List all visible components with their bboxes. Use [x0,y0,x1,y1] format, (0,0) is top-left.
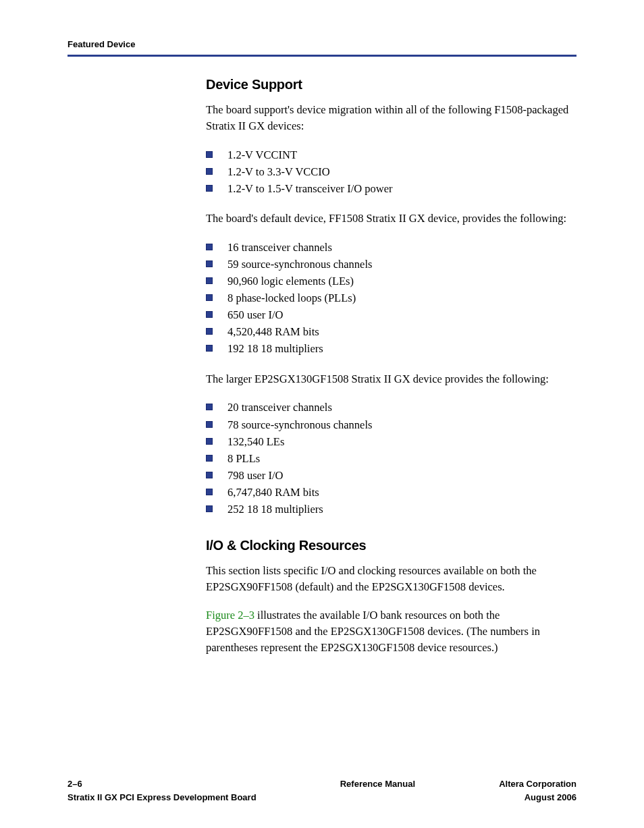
bullet-list: 20 transceiver channels 78 source-synchr… [206,399,576,518]
bullet-list: 1.2-V VCCINT 1.2-V to 3.3-V VCCIO 1.2-V … [206,146,576,197]
publication-date: August 2006 [499,791,576,804]
list-item: 8 phase-locked loops (PLLs) [206,289,576,306]
list-item: 192 18 18 multipliers [206,340,576,357]
square-bullet-icon [206,244,213,250]
list-item-text: 1.2-V to 1.5-V transceiver I/O power [227,182,393,195]
content-column: Device Support The board support's devic… [206,77,576,656]
square-bullet-icon [206,260,213,267]
footer-right: Altera Corporation August 2006 [499,777,576,804]
list-item: 59 source-synchronous channels [206,256,576,273]
footer-left: 2–6 Stratix II GX PCI Express Developmen… [68,777,257,804]
list-item-text: 798 user I/O [227,469,283,482]
square-bullet-icon [206,472,213,478]
list-item: 1.2-V VCCINT [206,146,576,163]
figure-link[interactable]: Figure 2–3 [206,609,254,622]
paragraph: The board support's device migration wit… [206,102,576,134]
square-bullet-icon [206,294,213,301]
document-title: Stratix II GX PCI Express Development Bo… [68,791,257,804]
square-bullet-icon [206,438,213,445]
list-item: 132,540 LEs [206,433,576,450]
list-item: 90,960 logic elements (LEs) [206,273,576,289]
list-item-text: 192 18 18 multipliers [227,342,323,355]
list-item: 8 PLLs [206,450,576,467]
square-bullet-icon [206,404,213,410]
list-item: 252 18 18 multipliers [206,501,576,518]
footer-center: Reference Manual [340,777,415,804]
list-item-text: 252 18 18 multipliers [227,503,323,516]
header-rule [68,55,576,57]
list-item: 650 user I/O [206,306,576,323]
square-bullet-icon [206,328,213,335]
list-item: 798 user I/O [206,467,576,484]
paragraph: The larger EP2SGX130GF1508 Stratix II GX… [206,371,576,387]
list-item: 1.2-V to 1.5-V transceiver I/O power [206,180,576,197]
square-bullet-icon [206,168,213,175]
list-item-text: 132,540 LEs [227,435,284,448]
page-footer: 2–6 Stratix II GX PCI Express Developmen… [68,777,576,804]
square-bullet-icon [206,151,213,158]
list-item: 78 source-synchronous channels [206,416,576,433]
paragraph-text: illustrates the available I/O bank resou… [206,609,540,654]
list-item: 6,747,840 RAM bits [206,484,576,501]
list-item-text: 90,960 logic elements (LEs) [227,275,354,287]
list-item: 4,520,448 RAM bits [206,323,576,340]
list-item-text: 8 phase-locked loops (PLLs) [227,292,356,304]
square-bullet-icon [206,185,213,192]
square-bullet-icon [206,455,213,462]
paragraph: Figure 2–3 illustrates the available I/O… [206,607,576,656]
list-item: 16 transceiver channels [206,239,576,256]
list-item-text: 8 PLLs [227,452,260,465]
section-title-io-clocking: I/O & Clocking Resources [206,538,576,553]
list-item-text: 16 transceiver channels [227,241,332,254]
list-item-text: 20 transceiver channels [227,401,332,414]
page-number: 2–6 [68,777,257,791]
square-bullet-icon [206,421,213,428]
square-bullet-icon [206,345,213,352]
list-item-text: 78 source-synchronous channels [227,418,372,431]
square-bullet-icon [206,277,213,284]
square-bullet-icon [206,311,213,318]
paragraph: This section lists specific I/O and cloc… [206,563,576,595]
list-item-text: 1.2-V to 3.3-V VCCIO [227,165,330,178]
footer-center-text: Reference Manual [340,777,415,791]
paragraph: The board's default device, FF1508 Strat… [206,211,576,227]
company-name: Altera Corporation [499,777,576,791]
square-bullet-icon [206,489,213,495]
list-item-text: 59 source-synchronous channels [227,258,372,271]
list-item-text: 650 user I/O [227,308,283,321]
list-item: 1.2-V to 3.3-V VCCIO [206,163,576,180]
list-item-text: 1.2-V VCCINT [227,148,297,161]
list-item-text: 6,747,840 RAM bits [227,486,319,499]
running-header: Featured Device [68,39,576,49]
section-title-device-support: Device Support [206,77,576,92]
square-bullet-icon [206,505,213,512]
list-item: 20 transceiver channels [206,399,576,416]
list-item-text: 4,520,448 RAM bits [227,325,319,338]
bullet-list: 16 transceiver channels 59 source-synchr… [206,239,576,358]
